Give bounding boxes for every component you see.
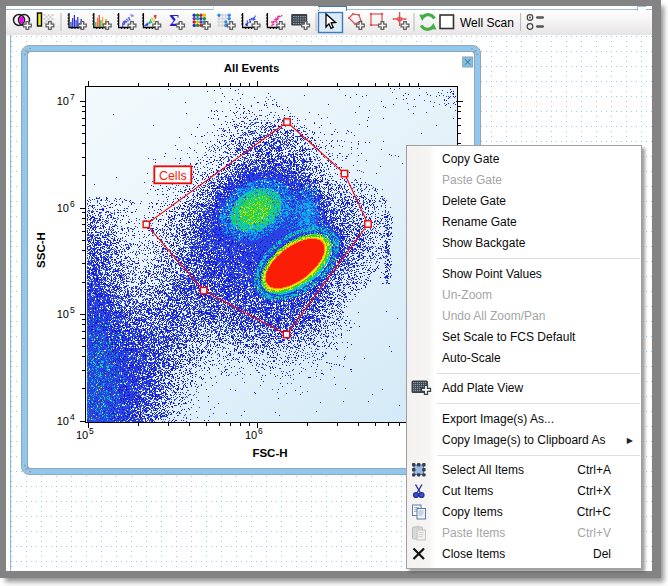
svg-text:Cells: Cells xyxy=(159,169,187,183)
svg-text:Well Scan: Well Scan xyxy=(460,16,514,30)
svg-text:5: 5 xyxy=(70,305,75,315)
svg-text:10: 10 xyxy=(57,202,69,214)
svg-text:5: 5 xyxy=(89,426,94,436)
svg-text:4: 4 xyxy=(70,412,75,422)
svg-text:All Events: All Events xyxy=(224,62,280,74)
svg-text:10: 10 xyxy=(57,415,69,427)
svg-text:SSC-H: SSC-H xyxy=(35,232,47,268)
svg-text:10: 10 xyxy=(57,308,69,320)
svg-text:FSC-H: FSC-H xyxy=(252,447,287,459)
svg-text:6: 6 xyxy=(258,426,263,436)
svg-text:6: 6 xyxy=(70,199,75,209)
svg-text:10: 10 xyxy=(57,95,69,107)
svg-text:10: 10 xyxy=(245,429,257,441)
svg-text:7: 7 xyxy=(70,92,75,102)
svg-text:10: 10 xyxy=(76,429,88,441)
